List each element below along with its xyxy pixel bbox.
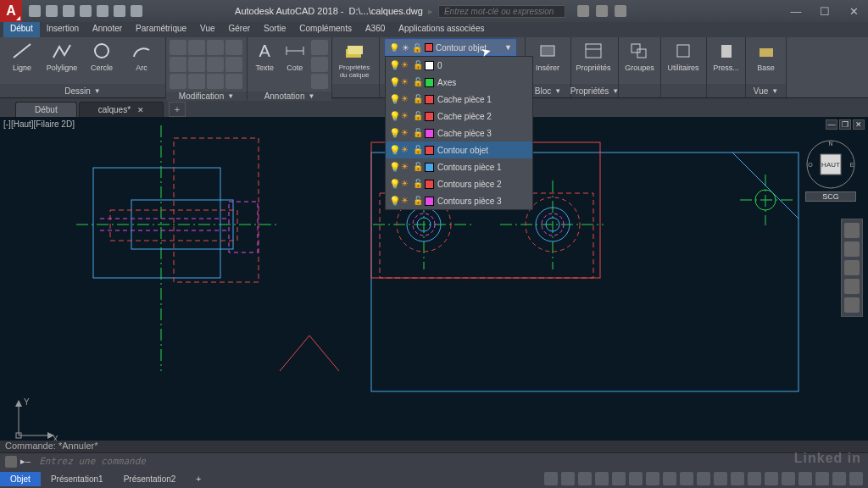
app-logo[interactable]: A [0,0,22,22]
base-button[interactable]: Base [749,40,782,72]
workspace-icon[interactable] [731,472,744,485]
layer-row[interactable]: 💡 ☀ 🔓 Cache pièce 3 [386,125,532,141]
custom-icon[interactable] [849,472,863,485]
copy-icon[interactable] [170,57,186,72]
layer-row[interactable]: 💡 ☀ 🔓 Contours pièce 3 [386,192,532,209]
tab-complements[interactable]: Compléments [292,22,359,37]
table-icon[interactable] [311,57,328,72]
array-icon[interactable] [225,57,242,72]
exchange-icon[interactable] [596,5,608,17]
stretch-icon[interactable] [170,74,186,89]
trim-icon[interactable] [207,40,224,55]
search-input[interactable] [438,5,565,18]
extend-icon[interactable] [225,40,242,55]
ortho-icon[interactable] [595,472,609,485]
otrack-icon[interactable] [646,472,659,485]
maximize-button[interactable]: ☐ [810,0,839,22]
sun-icon[interactable]: ☀ [401,146,409,154]
layer-properties-button[interactable]: Propriétés du calque [336,40,373,79]
lock-icon[interactable]: 🔓 [413,61,421,69]
polar-icon[interactable] [612,472,626,485]
transparency-icon[interactable] [680,472,693,485]
zoom-icon[interactable] [844,260,860,275]
tab-presentation1[interactable]: Présentation1 [41,472,114,486]
groups-button[interactable]: Groupes [622,40,657,72]
scg-label[interactable]: SCG [805,191,856,202]
layer-row[interactable]: 💡 ☀ 🔓 Contours pièce 2 [386,175,532,192]
scale-icon[interactable] [188,74,205,89]
bulb-icon[interactable]: 💡 [389,146,398,154]
isolate-icon[interactable] [798,472,812,485]
annomonitor-icon[interactable] [748,472,761,485]
line-button[interactable]: Ligne [3,40,41,72]
sun-icon[interactable]: ☀ [401,129,409,137]
model-icon[interactable] [544,472,558,485]
lineweight-icon[interactable] [663,472,676,485]
tab-vue[interactable]: Vue [193,22,221,37]
hatch-icon[interactable] [311,74,328,89]
layer-row[interactable]: 💡 ☀ 🔓 Axes [386,74,532,91]
bulb-icon[interactable]: 💡 [389,129,398,137]
layer-combo[interactable]: 💡 ☀ 🔓 Contour objet ▼ [385,39,516,56]
qat-undo-icon[interactable] [114,5,125,17]
lock-icon[interactable]: 🔓 [413,129,421,137]
units-icon[interactable] [765,472,778,485]
fillet-icon[interactable] [207,57,224,72]
lock-icon[interactable]: 🔓 [413,112,421,120]
cleanscreen-icon[interactable] [832,472,846,485]
mirror-icon[interactable] [188,57,205,72]
sun-icon[interactable]: ☀ [401,112,409,120]
tab-debut[interactable]: Début [3,22,40,37]
osnap-icon[interactable] [629,472,643,485]
pan-icon[interactable] [844,241,860,257]
sun-icon[interactable]: ☀ [401,95,409,103]
command-line[interactable]: ▸– [0,452,868,469]
layer-row[interactable]: 💡 ☀ 🔓 Cache pièce 1 [386,91,532,108]
sun-icon[interactable]: ☀ [401,197,409,205]
chevron-down-icon[interactable]: ▼ [308,92,314,100]
tab-gerer[interactable]: Gérer [222,22,258,37]
clipboard-button[interactable]: Press... [710,40,742,72]
chevron-down-icon[interactable]: ▼ [504,43,512,52]
signin-icon[interactable] [577,5,589,17]
lock-icon[interactable]: 🔓 [413,78,421,86]
filetab-calques[interactable]: calques*✕ [79,102,164,117]
offset-icon[interactable] [207,74,224,89]
sun-icon[interactable]: ☀ [401,180,409,188]
utilities-button[interactable]: Utilitaires [665,40,702,72]
properties-button[interactable]: Propriétés [575,40,612,72]
tab-insertion[interactable]: Insertion [40,22,86,37]
leader-icon[interactable] [311,40,328,55]
layer-row[interactable]: 💡 ☀ 🔓 Contours pièce 1 [386,158,532,175]
dimension-button[interactable]: Cote [281,40,309,72]
move-icon[interactable] [170,40,186,55]
lock-icon[interactable]: 🔓 [413,95,421,103]
bulb-icon[interactable]: 💡 [389,61,398,69]
orbit-icon[interactable] [844,279,860,294]
add-layout-button[interactable]: + [186,472,211,486]
erase-icon[interactable] [225,74,242,89]
tab-annoter[interactable]: Annoter [86,22,129,37]
qat-plot-icon[interactable] [97,5,108,17]
tab-apps-associees[interactable]: Applications associées [392,22,491,37]
tab-objet[interactable]: Objet [0,472,41,486]
qat-saveas-icon[interactable] [80,5,92,17]
sun-icon[interactable]: ☀ [401,78,409,86]
annoscale-icon[interactable] [714,472,727,485]
tab-presentation2[interactable]: Présentation2 [114,472,186,486]
quickprops-icon[interactable] [782,472,795,485]
hardware-icon[interactable] [815,472,829,485]
chevron-down-icon[interactable]: ▼ [227,92,234,100]
qat-new-icon[interactable] [29,5,41,17]
tab-sortie[interactable]: Sortie [257,22,292,37]
layer-row[interactable]: 💡 ☀ 🔓 Cache pièce 2 [386,108,532,125]
minimize-button[interactable]: — [782,0,810,22]
bulb-icon[interactable]: 💡 [389,112,398,120]
bulb-icon[interactable]: 💡 [389,163,398,171]
sun-icon[interactable]: ☀ [401,61,409,69]
snap-icon[interactable] [578,472,592,485]
bulb-icon[interactable]: 💡 [389,78,398,86]
lock-icon[interactable]: 🔓 [413,180,421,188]
close-icon[interactable]: ✕ [137,106,144,114]
layer-row[interactable]: 💡 ☀ 🔓 Contour objet [386,141,532,158]
